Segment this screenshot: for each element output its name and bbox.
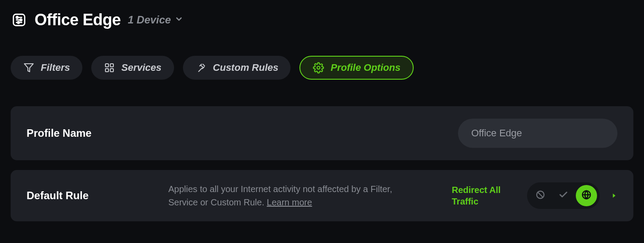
svg-rect-11 xyxy=(110,69,113,72)
tab-filters[interactable]: Filters xyxy=(11,56,82,80)
rule-toggle-group xyxy=(527,182,600,209)
tab-custom-rules[interactable]: Custom Rules xyxy=(183,56,291,80)
allow-toggle[interactable] xyxy=(553,185,574,206)
default-rule-description: Applies to all your Internet activity no… xyxy=(168,182,416,209)
svg-point-2 xyxy=(16,16,18,18)
profile-icon xyxy=(11,12,27,28)
profile-name-card: Profile Name xyxy=(11,106,633,160)
globe-icon xyxy=(581,189,592,202)
check-icon xyxy=(559,190,568,201)
chevron-down-icon xyxy=(175,14,183,26)
block-toggle[interactable] xyxy=(530,185,551,206)
redirect-toggle[interactable] xyxy=(576,185,597,206)
tab-label: Services xyxy=(121,62,162,73)
tab-label: Custom Rules xyxy=(213,62,279,73)
profile-name-input[interactable] xyxy=(458,119,617,148)
device-selector[interactable]: 1 Device xyxy=(128,14,183,26)
rule-status-label: Redirect All Traffic xyxy=(452,184,514,207)
chevron-right-icon[interactable] xyxy=(610,192,617,199)
default-rule-controls: Redirect All Traffic xyxy=(452,182,617,209)
page-title: Office Edge xyxy=(35,11,121,29)
tab-services[interactable]: Services xyxy=(91,56,174,80)
profile-name-label: Profile Name xyxy=(27,127,159,139)
tab-bar: Filters Services Custom Rules xyxy=(11,56,633,80)
gear-icon xyxy=(313,62,324,73)
block-icon xyxy=(535,190,545,201)
svg-point-6 xyxy=(17,22,19,23)
svg-marker-17 xyxy=(613,193,616,197)
svg-rect-10 xyxy=(105,69,109,72)
gavel-icon xyxy=(195,62,207,73)
grid-icon xyxy=(104,62,115,73)
funnel-icon xyxy=(23,62,35,73)
svg-rect-9 xyxy=(110,64,113,67)
svg-marker-7 xyxy=(24,64,33,72)
default-rule-label: Default Rule xyxy=(27,189,159,202)
svg-point-12 xyxy=(317,66,320,69)
default-rule-card: Default Rule Applies to all your Interne… xyxy=(11,170,633,221)
learn-more-link[interactable]: Learn more xyxy=(267,197,312,207)
tab-label: Filters xyxy=(41,62,70,73)
tab-profile-options[interactable]: Profile Options xyxy=(299,56,414,80)
svg-line-14 xyxy=(538,192,543,197)
svg-point-4 xyxy=(20,19,22,21)
device-count-label: 1 Device xyxy=(128,14,171,26)
page-header: Office Edge 1 Device xyxy=(11,11,633,29)
tab-label: Profile Options xyxy=(330,62,400,73)
svg-rect-8 xyxy=(105,64,109,67)
